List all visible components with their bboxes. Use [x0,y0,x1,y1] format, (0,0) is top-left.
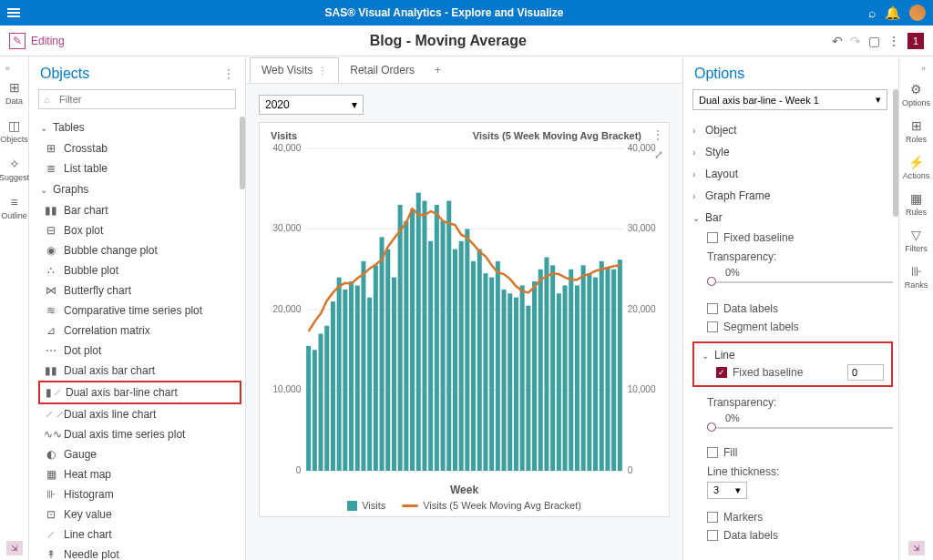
object-item[interactable]: ∿∿Dual axis time series plot [38,424,241,444]
bell-icon[interactable]: 🔔 [885,5,900,20]
object-item[interactable]: ⊪Histogram [38,484,241,504]
line-fill[interactable]: Fill [707,443,893,462]
section-graph-frame[interactable]: ›Graph Frame [692,185,893,207]
rail-suggest[interactable]: ✧Suggest [0,151,28,188]
year-dropdown[interactable]: 2020 ▾ [259,95,364,115]
panel-more-icon[interactable]: ⋮ [223,67,234,80]
object-item[interactable]: ⟋⟋Dual axis line chart [38,404,241,424]
svg-rect-16 [313,350,317,471]
save-icon[interactable]: ▢ [868,34,880,48]
object-item[interactable]: ⟋Line chart [38,524,241,545]
checkbox[interactable] [707,447,718,458]
baseline-value-input[interactable] [847,364,884,381]
section-header[interactable]: ⌄Graphs [38,178,241,200]
section-layout[interactable]: ›Layout [692,163,893,185]
bar-segment-labels[interactable]: Segment labels [707,318,893,336]
object-item[interactable]: ⋈Butterfly chart [38,280,241,300]
object-item[interactable]: ⊡Key value [38,504,241,524]
chart-type-icon: ⟋ [44,528,58,541]
object-item[interactable]: ↟Needle plot [38,545,241,560]
pin-icon[interactable]: ⇲ [6,541,23,555]
line-fixed-baseline[interactable]: Fixed baseline [716,363,803,382]
object-item[interactable]: ◐Gauge [38,444,241,464]
filter-input[interactable] [38,89,236,109]
line-markers[interactable]: Markers [707,508,893,526]
search-icon[interactable]: ⌕ [868,5,876,20]
object-item[interactable]: ⊿Correlation matrix [38,321,241,341]
bar-transparency-slider[interactable] [707,280,893,290]
rail-objects[interactable]: ◫Objects [0,113,28,149]
right-rail-item[interactable]: ▦Rules [902,186,930,222]
right-rail-item[interactable]: ⚙Options [902,76,930,113]
options-scroll[interactable]: Dual axis bar-line - Week 1 ▾ ›Object ›S… [683,89,898,560]
object-item[interactable]: ⊟Box plot [38,220,241,240]
pin-icon[interactable]: ⇲ [908,541,925,555]
object-item[interactable]: ≋Comparative time series plot [38,300,241,321]
scrollbar-thumb[interactable] [893,89,898,217]
filter-icon: ⌕ [44,94,50,105]
checkbox[interactable] [707,530,718,541]
undo-icon[interactable]: ↶ [832,34,843,48]
line-thickness-select[interactable]: 3▾ [707,482,747,499]
scrollbar-thumb[interactable] [240,117,245,189]
svg-rect-41 [465,229,469,472]
checkbox[interactable] [707,512,718,523]
tab-menu-icon[interactable]: ⋮ [318,66,327,76]
section-object[interactable]: ›Object [692,119,893,141]
right-rail-item[interactable]: ⊞Roles [902,113,930,149]
section-header[interactable]: ⌄Tables [38,117,241,138]
object-item[interactable]: ≣List table [38,158,241,178]
legend-bar: Visits [347,500,385,511]
object-item[interactable]: ◉Bubble change plot [38,240,241,260]
checkbox[interactable] [707,232,718,243]
more-icon[interactable]: ⋮ [887,34,900,48]
chart-menu-icon[interactable]: ⋮ [652,128,663,141]
right-rail-item[interactable]: ▽Filters [902,222,930,259]
object-item[interactable]: ▮▮Bar chart [38,200,241,220]
svg-rect-61 [587,273,591,471]
svg-rect-52 [532,281,537,471]
sub-bar: ✎ Editing Blog - Moving Average ↶ ↷ ▢ ⋮ … [0,25,933,56]
right-rail-item[interactable]: ⚡Actions [902,149,930,186]
objects-list[interactable]: ⌄Tables⊞Crosstab≣List table⌄Graphs▮▮Bar … [29,117,245,560]
tab[interactable]: Web Visits⋮ [250,57,339,83]
svg-rect-60 [581,265,586,471]
right-rail: » ⚙Options⊞Roles⚡Actions▦Rules▽Filters⊪R… [898,56,933,560]
collapse-left-icon[interactable]: « [0,64,28,73]
object-item[interactable]: ∴Bubble plot [38,260,241,280]
svg-text:0: 0 [296,465,302,475]
object-item[interactable]: ▦Heat map [38,464,241,484]
avatar[interactable] [909,5,926,21]
svg-rect-55 [550,265,555,471]
svg-rect-24 [361,261,365,471]
chevron-down-icon: ▾ [352,98,357,111]
section-bar[interactable]: ⌄Bar [692,207,893,229]
collapse-right-icon[interactable]: » [899,64,933,73]
object-item[interactable]: ▮⟋Dual axis bar-line chart [38,381,241,404]
line-data-labels[interactable]: Data labels [707,526,893,545]
line-transparency-slider[interactable] [707,425,893,436]
object-item[interactable]: ⊞Crosstab [38,138,241,158]
menu-icon[interactable] [7,8,20,17]
object-item[interactable]: ▮▮Dual axis bar chart [38,361,241,381]
page-count[interactable]: 1 [907,33,924,49]
rail-outline[interactable]: ≡Outline [0,189,28,226]
checkbox[interactable] [707,321,718,332]
section-line[interactable]: ⌄Line [702,347,884,363]
svg-rect-44 [483,273,487,471]
add-tab-icon[interactable]: + [425,58,450,82]
bar-data-labels[interactable]: Data labels [707,300,893,318]
chart-card[interactable]: ⋮ ⤢ Visits Visits (5 Week Moving Avg Bra… [259,122,670,517]
legend-line-swatch [402,504,418,507]
redo-icon[interactable]: ↷ [850,34,861,48]
right-rail-item[interactable]: ⊪Ranks [902,259,930,295]
checkbox-checked[interactable] [716,367,727,378]
bar-fixed-baseline[interactable]: Fixed baseline [707,229,893,247]
object-select[interactable]: Dual axis bar-line - Week 1 ▾ [692,89,887,110]
rail-data[interactable]: ⊞Data [0,75,28,111]
section-style[interactable]: ›Style [692,141,893,163]
tab[interactable]: Retail Orders [339,58,425,82]
editing-badge[interactable]: ✎ Editing [9,33,65,49]
checkbox[interactable] [707,303,718,314]
object-item[interactable]: ⋯Dot plot [38,341,241,361]
